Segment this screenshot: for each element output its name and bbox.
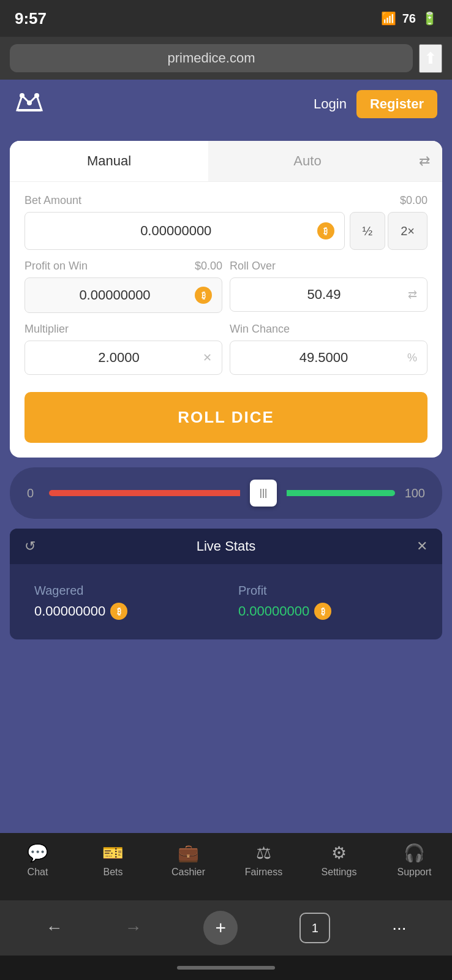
url-bar[interactable]: primedice.com — [10, 44, 413, 72]
home-indicator — [0, 956, 452, 980]
profit-win-input[interactable] — [35, 287, 195, 303]
tab-manual[interactable]: Manual — [10, 141, 208, 181]
live-stats-close-icon[interactable]: ✕ — [416, 538, 428, 554]
roll-over-label-row: Roll Over — [230, 260, 428, 273]
roll-over-input[interactable] — [240, 287, 408, 303]
nav-item-support[interactable]: 🎧 Support — [377, 843, 452, 894]
profit-label: Profit — [238, 584, 418, 598]
nav-item-fairness[interactable]: ⚖ Fairness — [226, 843, 301, 894]
url-text: primedice.com — [167, 50, 255, 66]
bet-amount-label-row: Bet Amount $0.00 — [24, 194, 428, 207]
nav-item-chat[interactable]: 💬 Chat — [0, 843, 75, 894]
nav-label-fairness: Fairness — [245, 867, 282, 878]
live-stats-refresh-icon[interactable]: ↺ — [24, 538, 36, 554]
status-bar: 9:57 📶 76 🔋 — [0, 0, 452, 37]
bet-amount-field: Bet Amount $0.00 ₿ ½ 2× — [24, 194, 428, 250]
cashier-icon: 💼 — [178, 843, 199, 863]
bet-amount-input-row: ₿ ½ 2× — [24, 212, 428, 250]
nav-item-bets[interactable]: 🎫 Bets — [75, 843, 151, 894]
roll-over-refresh-icon[interactable]: ⇄ — [408, 288, 417, 301]
profit-win-label-row: Profit on Win $0.00 — [24, 260, 222, 273]
profit-value: 0.00000000 — [238, 603, 309, 619]
share-button[interactable]: ⬆ — [419, 44, 442, 73]
roll-over-field: Roll Over ⇄ — [230, 260, 428, 313]
tabs: Manual Auto ⇄ — [10, 141, 442, 182]
roll-over-input-wrapper[interactable]: ⇄ — [230, 277, 428, 312]
main-content: Manual Auto ⇄ Bet Amount $0.00 ₿ — [0, 129, 452, 833]
more-button[interactable]: ··· — [392, 918, 406, 938]
shuffle-icon: ⇄ — [419, 153, 430, 169]
browser-bar: primedice.com ⬆ — [0, 37, 452, 80]
multiplier-winchance-row: Multiplier ✕ Win Chance % — [24, 323, 428, 375]
add-tab-button[interactable]: + — [203, 911, 238, 945]
win-chance-field: Win Chance % — [230, 323, 428, 375]
profit-win-input-wrapper[interactable]: ₿ — [24, 277, 222, 313]
roll-over-label: Roll Over — [230, 260, 276, 273]
multiplier-clear-icon[interactable]: ✕ — [203, 351, 212, 364]
slider-max-label: 100 — [405, 486, 425, 500]
wagered-value: 0.00000000 — [34, 603, 105, 619]
win-chance-input[interactable] — [240, 350, 407, 366]
status-time: 9:57 — [15, 9, 47, 28]
multiplier-label: Multiplier — [24, 323, 69, 336]
profit-win-display: $0.00 — [195, 260, 222, 273]
slider-min-label: 0 — [27, 486, 39, 500]
slider-thumb[interactable]: ||| — [250, 480, 277, 507]
wagered-btc-icon: ₿ — [110, 603, 127, 620]
live-stats-title: Live Stats — [36, 538, 416, 554]
header-actions: Login Register — [314, 90, 437, 118]
half-button[interactable]: ½ — [350, 212, 386, 250]
slider-red-track — [49, 490, 240, 496]
profit-rollover-row: Profit on Win $0.00 ₿ Roll Over — [24, 260, 428, 313]
bet-amount-display: $0.00 — [400, 194, 428, 207]
app-header: Login Register — [0, 80, 452, 129]
win-chance-input-wrapper[interactable]: % — [230, 341, 428, 375]
svg-point-2 — [27, 100, 32, 105]
wagered-stat: Wagered 0.00000000 ₿ — [34, 584, 214, 620]
register-button[interactable]: Register — [356, 90, 437, 118]
tab-auto[interactable]: Auto — [208, 141, 407, 181]
wagered-label: Wagered — [34, 584, 214, 598]
nav-label-support: Support — [397, 867, 431, 878]
multiplier-input[interactable] — [35, 350, 203, 366]
forward-button[interactable]: → — [124, 918, 141, 938]
multiplier-input-wrapper[interactable]: ✕ — [24, 341, 222, 375]
nav-label-chat: Chat — [28, 867, 48, 878]
profit-btc-icon: ₿ — [195, 287, 212, 304]
nav-item-settings[interactable]: ⚙ Settings — [301, 843, 377, 894]
nav-label-bets: Bets — [103, 867, 122, 878]
bets-icon: 🎫 — [102, 843, 124, 863]
live-stats-header: ↺ Live Stats ✕ — [10, 529, 442, 564]
slider-green-track — [287, 490, 395, 496]
bet-amount-input[interactable] — [35, 223, 317, 239]
tab-count: 1 — [312, 921, 318, 935]
stats-body: Wagered 0.00000000 ₿ Profit 0.00000000 ₿ — [10, 564, 442, 639]
btc-icon: ₿ — [317, 222, 334, 239]
win-chance-percent-icon: % — [407, 352, 417, 364]
nav-item-cashier[interactable]: 💼 Cashier — [151, 843, 226, 894]
win-chance-label-row: Win Chance — [230, 323, 428, 336]
login-button[interactable]: Login — [314, 96, 347, 112]
wagered-value-row: 0.00000000 ₿ — [34, 603, 214, 620]
tab-count-button[interactable]: 1 — [299, 913, 330, 943]
back-button[interactable]: ← — [45, 918, 62, 938]
settings-icon: ⚙ — [331, 843, 347, 863]
svg-point-1 — [20, 93, 24, 98]
wifi-icon: 📶 — [381, 11, 396, 26]
tab-shuffle[interactable]: ⇄ — [407, 141, 442, 181]
profit-value-row: 0.00000000 ₿ — [238, 603, 418, 620]
multiplier-label-row: Multiplier — [24, 323, 222, 336]
live-stats-panel: ↺ Live Stats ✕ Wagered 0.00000000 ₿ Prof… — [10, 529, 442, 639]
nav-label-settings: Settings — [322, 867, 357, 878]
support-icon: 🎧 — [404, 843, 425, 863]
bottom-nav: 💬 Chat 🎫 Bets 💼 Cashier ⚖ Fairness ⚙ Set… — [0, 833, 452, 900]
win-chance-label: Win Chance — [230, 323, 290, 336]
fairness-icon: ⚖ — [256, 843, 271, 863]
svg-rect-4 — [17, 109, 42, 111]
double-button[interactable]: 2× — [388, 212, 428, 250]
roll-dice-button[interactable]: ROLL DICE — [24, 392, 428, 443]
bet-amount-input-wrapper[interactable]: ₿ — [24, 212, 345, 250]
svg-point-3 — [34, 93, 39, 98]
multiplier-buttons: ½ 2× — [350, 212, 428, 250]
multiplier-field: Multiplier ✕ — [24, 323, 222, 375]
